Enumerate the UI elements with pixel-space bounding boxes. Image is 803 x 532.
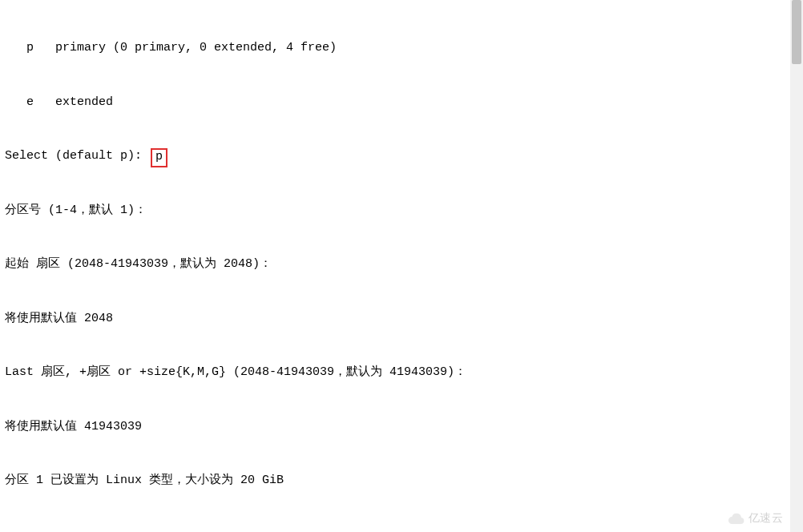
prompt-select-default: Select (default p): p [5, 147, 798, 166]
option-extended: e extended [5, 94, 798, 112]
prompt-text: Select (default p): [5, 149, 149, 163]
vertical-scrollbar[interactable] [790, 0, 803, 532]
info-default-41943039: 将使用默认值 41943039 [5, 418, 798, 437]
prompt-last-sector: Last 扇区, +扇区 or +size{K,M,G} (2048-41943… [5, 364, 798, 382]
watermark-text: 亿速云 [749, 511, 784, 526]
cloud-icon [728, 512, 745, 525]
prompt-partition-number: 分区号 (1-4，默认 1)： [5, 202, 798, 220]
info-default-2048: 将使用默认值 2048 [5, 310, 798, 328]
blank-line [5, 526, 798, 533]
prompt-first-sector: 起始 扇区 (2048-41943039，默认为 2048)： [5, 256, 798, 274]
watermark: 亿速云 [728, 511, 784, 526]
user-input-p: p [151, 148, 167, 167]
info-partition-set: 分区 1 已设置为 Linux 类型，大小设为 20 GiB [5, 472, 798, 490]
scroll-thumb[interactable] [792, 0, 801, 64]
option-primary: p primary (0 primary, 0 extended, 4 free… [5, 39, 798, 58]
terminal-output: p primary (0 primary, 0 extended, 4 free… [0, 0, 803, 532]
